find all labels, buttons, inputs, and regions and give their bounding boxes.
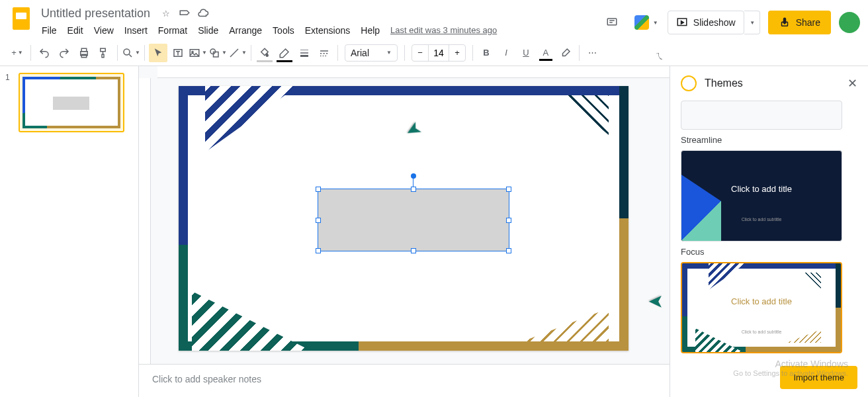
line-icon[interactable]: ▼ — [228, 44, 247, 62]
resize-handle[interactable] — [506, 218, 511, 223]
theme-card[interactable] — [681, 101, 842, 130]
menubar: File Edit View Insert Format Slide Arran… — [37, 22, 599, 38]
menu-view[interactable]: View — [89, 22, 118, 38]
slideshow-button[interactable]: Slideshow — [668, 11, 744, 34]
more-tools-icon[interactable]: ⋯ — [584, 44, 602, 62]
slide-thumbnail[interactable] — [19, 73, 124, 132]
collapse-toolbar-icon[interactable]: ㄟ — [655, 50, 664, 62]
menu-arrange[interactable]: Arrange — [224, 22, 267, 38]
slideshow-dropdown[interactable]: ▼ — [744, 11, 760, 34]
menu-file[interactable]: File — [37, 22, 62, 38]
font-size-input[interactable] — [428, 45, 449, 61]
text-color-icon[interactable]: A — [537, 44, 555, 62]
resize-handle[interactable] — [316, 248, 321, 253]
theme-preview-title: Click to add title — [681, 184, 842, 194]
highlight-icon[interactable] — [556, 44, 575, 62]
italic-icon[interactable]: I — [497, 44, 515, 62]
theme-preview-subtitle: Click to add subtitle — [681, 217, 842, 222]
zoom-icon[interactable]: ▼ — [122, 44, 140, 62]
svg-rect-0 — [607, 19, 617, 25]
palette-icon — [681, 75, 697, 91]
annotation-arrow-icon: ➤ — [648, 291, 664, 313]
share-button[interactable]: Share — [768, 11, 831, 34]
menu-format[interactable]: Format — [153, 22, 192, 38]
font-name: Arial — [351, 48, 369, 58]
share-label: Share — [796, 17, 820, 28]
undo-icon[interactable] — [35, 44, 54, 62]
textbox-icon[interactable] — [169, 44, 187, 62]
comments-icon[interactable] — [599, 9, 625, 36]
theme-preview-title: Click to add title — [682, 296, 841, 306]
theme-card-focus[interactable]: Click to add title Click to add subtitle — [681, 150, 842, 242]
menu-edit[interactable]: Edit — [63, 22, 88, 38]
menu-tools[interactable]: Tools — [268, 22, 299, 38]
new-slide-button[interactable]: +▼ — [8, 44, 26, 62]
bold-icon[interactable]: B — [477, 44, 496, 62]
doc-title[interactable]: Untitled presentation — [37, 5, 154, 22]
filmstrip: 1 — [0, 66, 139, 397]
themes-panel: Themes ✕ Streamline Click to add title C… — [670, 66, 868, 397]
rotation-handle[interactable] — [411, 173, 416, 179]
svg-rect-4 — [81, 48, 87, 52]
theme-label: Streamline — [681, 135, 857, 145]
vertical-ruler — [139, 78, 151, 397]
svg-point-6 — [124, 49, 130, 55]
speaker-notes[interactable]: Click to add speaker notes — [139, 364, 670, 397]
thumb-number: 1 — [5, 73, 13, 132]
last-edit-link[interactable]: Last edit was 3 minutes ago — [386, 22, 501, 38]
toolbar: +▼ ▼ ▼ ▼ ▼ Arial▼ − + B I U A ⋯ — [0, 40, 868, 66]
slide[interactable] — [179, 86, 629, 351]
selected-shape[interactable] — [318, 189, 509, 251]
shape-icon[interactable]: ▼ — [208, 44, 227, 62]
redo-icon[interactable] — [55, 44, 73, 62]
menu-insert[interactable]: Insert — [120, 22, 152, 38]
theme-card-shift[interactable]: Click to add title Click to add subtitle — [681, 262, 842, 353]
import-theme-button[interactable]: Import theme — [780, 366, 857, 389]
select-tool-icon[interactable] — [149, 44, 167, 62]
font-size-decrease[interactable]: − — [412, 45, 428, 61]
border-weight-icon[interactable] — [295, 44, 314, 62]
menu-extensions[interactable]: Extensions — [300, 22, 355, 38]
menu-slide[interactable]: Slide — [193, 22, 223, 38]
slideshow-label: Slideshow — [693, 17, 736, 28]
border-color-icon[interactable] — [275, 44, 294, 62]
theme-label: Focus — [681, 247, 857, 257]
print-icon[interactable] — [75, 44, 93, 62]
resize-handle[interactable] — [411, 248, 416, 253]
themes-title: Themes — [705, 77, 840, 89]
fill-color-icon[interactable] — [255, 44, 274, 62]
resize-handle[interactable] — [506, 248, 511, 253]
menu-help[interactable]: Help — [356, 22, 384, 38]
image-icon[interactable]: ▼ — [189, 44, 207, 62]
underline-icon[interactable]: U — [517, 44, 535, 62]
avatar[interactable] — [839, 12, 860, 33]
cloud-icon[interactable] — [196, 7, 210, 20]
meet-icon[interactable]: ▼ — [633, 9, 660, 36]
resize-handle[interactable] — [316, 218, 321, 223]
slides-logo[interactable] — [8, 5, 34, 32]
resize-handle[interactable] — [411, 187, 416, 192]
paint-format-icon[interactable] — [95, 44, 113, 62]
border-dash-icon[interactable] — [315, 44, 333, 62]
canvas[interactable]: ➤ ➤ Click to add speaker notes — [139, 66, 670, 397]
svg-rect-11 — [214, 52, 219, 57]
horizontal-ruler — [157, 66, 670, 78]
move-icon[interactable] — [178, 7, 191, 20]
font-select[interactable]: Arial▼ — [345, 44, 398, 62]
theme-preview-subtitle: Click to add subtitle — [682, 330, 841, 334]
font-size-increase[interactable]: + — [449, 45, 465, 61]
resize-handle[interactable] — [316, 187, 321, 192]
star-icon[interactable]: ☆ — [159, 7, 173, 20]
resize-handle[interactable] — [506, 187, 511, 192]
close-icon[interactable]: ✕ — [847, 76, 857, 91]
